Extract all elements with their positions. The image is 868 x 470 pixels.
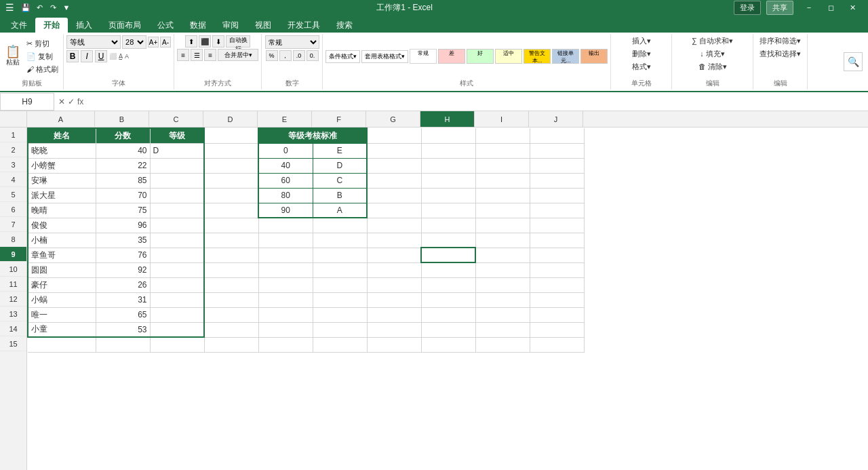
col-header-d[interactable]: D (203, 111, 258, 127)
cell-d9[interactable] (204, 248, 258, 262)
cell-g12[interactable] (367, 292, 421, 307)
row-num-13[interactable]: 13 (0, 307, 26, 321)
cell-b7[interactable]: 96 (96, 218, 150, 233)
cell-d12[interactable] (204, 292, 258, 307)
tab-formulas[interactable]: 公式 (149, 18, 182, 33)
cell-c13[interactable] (150, 307, 204, 322)
row-num-3[interactable]: 3 (0, 157, 26, 172)
cell-d7[interactable] (204, 218, 258, 233)
cell-b5[interactable]: 70 (96, 188, 150, 203)
cell-b1[interactable]: 分数 (96, 128, 150, 143)
tab-view[interactable]: 视图 (247, 18, 279, 33)
cell-d5[interactable] (204, 188, 258, 203)
search-btn[interactable]: 🔍 (844, 52, 863, 71)
cell-g15[interactable] (367, 337, 421, 352)
cell-d15[interactable] (204, 337, 258, 352)
cell-c6[interactable] (150, 203, 204, 218)
col-header-f[interactable]: F (312, 111, 366, 127)
undo-quick-btn[interactable]: ↶ (33, 1, 45, 14)
cell-f15[interactable] (313, 337, 367, 352)
formula-input[interactable] (87, 93, 868, 111)
italic-btn[interactable]: I (81, 50, 93, 62)
row-num-5[interactable]: 5 (0, 187, 26, 202)
font-dec-btn[interactable]: A- (160, 37, 171, 47)
col-header-b[interactable]: B (95, 111, 149, 127)
cell-j14[interactable] (530, 322, 584, 337)
cell-i15[interactable] (475, 337, 530, 352)
cell-c15[interactable] (150, 337, 204, 352)
col-header-i[interactable]: I (475, 111, 529, 127)
sort-filter-btn[interactable]: 排序和筛选▾ (757, 35, 803, 47)
cell-h5[interactable] (421, 188, 475, 203)
cell-reference-box[interactable]: H9 (0, 93, 54, 111)
cell-f6[interactable]: A (313, 203, 367, 218)
cell-c8[interactable] (150, 233, 204, 248)
save-quick-btn[interactable]: 💾 (20, 1, 32, 14)
row-num-10[interactable]: 10 (0, 262, 26, 277)
row-num-12[interactable]: 12 (0, 292, 26, 307)
cell-f3[interactable]: D (313, 158, 367, 173)
cell-j1[interactable] (530, 128, 584, 143)
cell-j6[interactable] (530, 203, 584, 218)
cell-g9[interactable] (367, 248, 421, 262)
cell-c1[interactable]: 等级 (150, 128, 204, 143)
close-btn[interactable]: ✕ (842, 0, 863, 15)
cell-a7[interactable]: 俊俊 (28, 218, 96, 233)
cell-e14[interactable] (258, 322, 313, 337)
cell-g4[interactable] (367, 173, 421, 188)
cell-d8[interactable] (204, 233, 258, 248)
redo-quick-btn[interactable]: ↷ (47, 1, 59, 14)
cell-d10[interactable] (204, 262, 258, 277)
cell-f14[interactable] (313, 322, 367, 337)
cell-c7[interactable] (150, 218, 204, 233)
cell-i11[interactable] (475, 277, 530, 292)
col-header-a[interactable]: A (27, 111, 95, 127)
cell-c5[interactable] (150, 188, 204, 203)
autosum-btn[interactable]: ∑ 自动求和▾ (690, 35, 735, 47)
cell-b4[interactable]: 85 (96, 173, 150, 188)
cell-e6[interactable]: 90 (258, 203, 313, 218)
col-header-c[interactable]: C (149, 111, 203, 127)
align-bottom-btn[interactable]: ⬇ (212, 35, 224, 47)
align-left-btn[interactable]: ≡ (177, 49, 189, 61)
cell-a1[interactable]: 姓名 (28, 128, 96, 143)
cell-i7[interactable] (475, 218, 530, 233)
cell-h4[interactable] (421, 173, 475, 188)
align-right-btn[interactable]: ≡ (204, 49, 216, 61)
conditional-format-btn[interactable]: 条件格式▾ (326, 50, 360, 63)
minimize-btn[interactable]: − (799, 0, 819, 15)
find-select-btn[interactable]: 查找和选择▾ (757, 48, 803, 60)
insert-function-icon[interactable]: fx (77, 97, 83, 106)
row-num-8[interactable]: 8 (0, 232, 26, 247)
row-num-9[interactable]: 9 (0, 247, 26, 262)
cell-g13[interactable] (367, 307, 421, 322)
delete-cells-btn[interactable]: 删除▾ (630, 48, 653, 60)
col-header-j[interactable]: J (529, 111, 583, 127)
cell-a10[interactable]: 圆圆 (28, 262, 96, 277)
tab-review[interactable]: 审阅 (214, 18, 247, 33)
style-alert[interactable]: 警告文本... (524, 49, 551, 64)
cell-c11[interactable] (150, 277, 204, 292)
cell-a11[interactable]: 豪仔 (28, 277, 96, 292)
cell-h9[interactable] (421, 248, 475, 262)
cell-h10[interactable] (421, 262, 475, 277)
cell-e10[interactable] (258, 262, 313, 277)
cell-d2[interactable] (204, 143, 258, 158)
cell-f10[interactable] (313, 262, 367, 277)
cell-f5[interactable]: B (313, 188, 367, 203)
cell-c14[interactable] (150, 322, 204, 337)
cell-c9[interactable] (150, 248, 204, 262)
cell-e15[interactable] (258, 337, 313, 352)
cell-i9[interactable] (475, 248, 530, 262)
row-num-7[interactable]: 7 (0, 217, 26, 232)
align-middle-btn[interactable]: ⬛ (199, 35, 211, 47)
cell-g10[interactable] (367, 262, 421, 277)
merge-center-btn[interactable]: 合并居中▾ (218, 49, 258, 61)
cancel-formula-icon[interactable]: ✕ (58, 97, 65, 106)
cell-b12[interactable]: 31 (96, 292, 150, 307)
decrease-dec-btn[interactable]: .0 (293, 50, 305, 61)
cell-g14[interactable] (367, 322, 421, 337)
cell-b14[interactable]: 53 (96, 322, 150, 337)
format-cells-btn[interactable]: 格式▾ (630, 61, 653, 73)
tab-pagelayout[interactable]: 页面布局 (100, 18, 149, 33)
